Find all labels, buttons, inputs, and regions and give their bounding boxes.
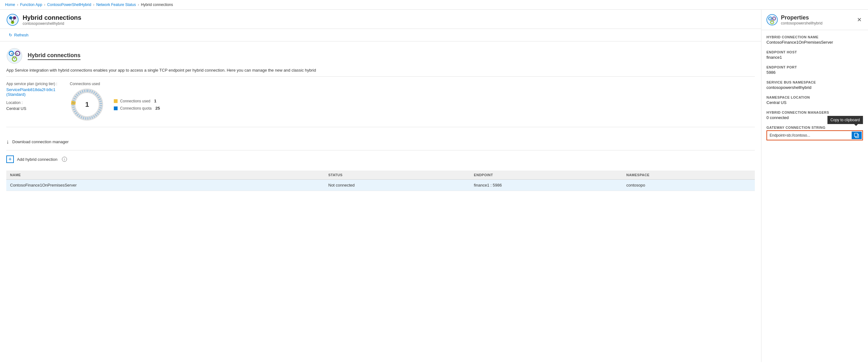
- prop-item: ENDPOINT HOST finance1: [767, 50, 863, 60]
- prop-value: contosopowershellhybrid: [767, 85, 863, 90]
- properties-panel: Properties contosopowershellhybrid ✕ HYB…: [761, 10, 868, 362]
- location-value: Central US: [6, 106, 57, 111]
- prop-value: finance1: [767, 55, 863, 60]
- prop-item: NAMESPACE LOCATION Central US: [767, 96, 863, 105]
- page-header: Hybrid connections contosopowershellhybr…: [0, 10, 761, 29]
- quota-dot: [114, 106, 118, 110]
- prop-value: 0 connected: [767, 115, 863, 120]
- cell-namespace: contosopo: [622, 180, 755, 191]
- used-dot: [114, 99, 118, 103]
- breadcrumb-function-app[interactable]: Function App: [20, 2, 42, 7]
- prop-key: HYBRID CONNECTION MANAGERS: [767, 110, 863, 114]
- col-status: STATUS: [324, 170, 470, 180]
- quota-value: 25: [155, 106, 160, 110]
- gateway-key: GATEWAY CONNECTION STRING: [767, 126, 863, 129]
- add-connection-row: + Add hybrid connection i: [6, 151, 755, 168]
- quota-label: Connections quota: [120, 106, 152, 110]
- cell-status: Not connected: [324, 180, 470, 191]
- prop-item: HYBRID CONNECTION MANAGERS 0 connected: [767, 110, 863, 120]
- cell-name: ContosoFinance1OnPremisesServer: [6, 180, 324, 191]
- section-title-row: Hybrid connections: [6, 48, 755, 64]
- refresh-button[interactable]: ↻ Refresh: [6, 31, 31, 39]
- prop-item: ENDPOINT PORT 5986: [767, 65, 863, 75]
- cell-endpoint: finance1 : 5986: [470, 180, 622, 191]
- connections-section: Connections used: [70, 82, 160, 122]
- used-value: 1: [154, 99, 156, 103]
- service-plan-link[interactable]: ServicePlanb818da2f-b9c1(Standard): [6, 87, 55, 97]
- breadcrumb-contoso[interactable]: ContosoPowerShellHybrid: [47, 2, 91, 7]
- svg-point-17: [767, 14, 777, 25]
- breadcrumb-home[interactable]: Home: [5, 2, 15, 7]
- table-row[interactable]: ContosoFinance1OnPremisesServer Not conn…: [6, 180, 755, 191]
- donut-chart: 1: [70, 87, 104, 122]
- props-subtitle: contosopowershellhybrid: [781, 21, 823, 26]
- props-icon: [767, 14, 778, 26]
- connections-table: NAME STATUS ENDPOINT NAMESPACE ContosoFi…: [6, 170, 755, 191]
- col-namespace: NAMESPACE: [622, 170, 755, 180]
- close-panel-button[interactable]: ✕: [856, 15, 863, 25]
- gateway-input-row: [767, 130, 863, 140]
- prop-key: SERVICE BUS NAMESPACE: [767, 80, 863, 84]
- chart-legend: Connections used 1 Connections quota 25: [114, 99, 160, 110]
- table-header-row: NAME STATUS ENDPOINT NAMESPACE: [6, 170, 755, 180]
- props-body: HYBRID CONNECTION NAME ContosoFinance1On…: [762, 30, 868, 151]
- prop-key: ENDPOINT PORT: [767, 65, 863, 69]
- breadcrumb: Home › Function App › ContosoPowerShellH…: [0, 0, 868, 10]
- info-icon[interactable]: i: [62, 157, 67, 162]
- service-plan-section: App service plan (pricing tier) : Servic…: [6, 82, 57, 111]
- stats-row: App service plan (pricing tier) : Servic…: [6, 82, 755, 127]
- section-title: Hybrid connections: [28, 52, 81, 60]
- gateway-connection-section: GATEWAY CONNECTION STRING Copy to clipbo…: [767, 126, 863, 140]
- section-icon: [6, 48, 23, 64]
- prop-item: SERVICE BUS NAMESPACE contosopowershellh…: [767, 80, 863, 90]
- refresh-icon: ↻: [9, 33, 12, 37]
- prop-value: ContosoFinance1OnPremisesServer: [767, 40, 863, 44]
- page-title: Hybrid connections: [23, 14, 82, 21]
- donut-center-text: 1: [85, 100, 89, 109]
- connections-used-section-label: Connections used: [70, 82, 160, 86]
- props-title: Properties: [781, 14, 823, 21]
- download-label: Download connection manager: [12, 139, 68, 144]
- hybrid-connections-header-icon: [6, 13, 19, 26]
- props-header: Properties contosopowershellhybrid ✕: [762, 10, 868, 30]
- col-name: NAME: [6, 170, 324, 180]
- breadcrumb-current: Hybrid connections: [141, 2, 173, 7]
- refresh-label: Refresh: [14, 33, 29, 37]
- prop-key: ENDPOINT HOST: [767, 50, 863, 54]
- prop-value: Central US: [767, 100, 863, 105]
- prop-value: 5986: [767, 70, 863, 75]
- copy-to-clipboard-button[interactable]: [851, 132, 862, 139]
- breadcrumb-network[interactable]: Network Feature Status: [96, 2, 136, 7]
- hc-description: App Service integration with hybrid conn…: [6, 68, 755, 77]
- svg-rect-25: [855, 133, 858, 137]
- prop-key: HYBRID CONNECTION NAME: [767, 35, 863, 39]
- used-label: Connections used: [120, 99, 150, 103]
- page-subtitle: contosopowershellhybrid: [23, 21, 82, 26]
- add-label: Add hybrid connection: [17, 157, 58, 162]
- col-endpoint: ENDPOINT: [470, 170, 622, 180]
- prop-item: HYBRID CONNECTION NAME ContosoFinance1On…: [767, 35, 863, 44]
- download-icon: ↓: [6, 138, 9, 145]
- gateway-connection-input[interactable]: [768, 132, 850, 139]
- prop-key: NAMESPACE LOCATION: [767, 96, 863, 99]
- service-plan-label: App service plan (pricing tier) :: [6, 82, 57, 86]
- add-connection-button[interactable]: +: [6, 156, 14, 163]
- location-label: Location :: [6, 100, 57, 105]
- toolbar: ↻ Refresh: [0, 29, 761, 41]
- download-row[interactable]: ↓ Download connection manager: [6, 133, 755, 151]
